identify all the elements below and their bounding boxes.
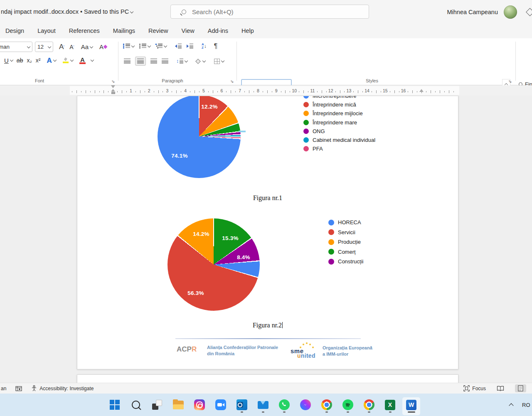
document-page-2[interactable] — [77, 374, 458, 383]
first-line-indent-marker[interactable] — [111, 85, 115, 88]
pie2-label-purple: 8.4% — [237, 254, 250, 260]
status-bar: an Accessibility: Investigate Focus — [0, 383, 532, 394]
tab-layout[interactable]: Layout — [37, 27, 56, 34]
language-status-clipped[interactable]: an — [1, 386, 6, 391]
figure2-caption[interactable]: Figura nr.2 — [77, 322, 458, 329]
search-box[interactable] — [170, 5, 369, 19]
styles-dialog-launcher[interactable]: ⇘ — [508, 79, 512, 84]
bullet-list-button[interactable] — [123, 43, 134, 49]
numbered-list-button[interactable] — [139, 43, 150, 49]
ruler-number: 2 — [148, 88, 150, 93]
taskbar-overflow-chevron-icon[interactable] — [509, 403, 513, 408]
zoom-app-icon[interactable] — [215, 396, 226, 413]
align-center-button[interactable] — [135, 57, 146, 66]
document-canvas[interactable]: 12.2% 74.1% MicroîntreprindereÎntreprind… — [0, 96, 532, 383]
legend-label: Construcții — [338, 258, 363, 265]
left-indent-marker[interactable] — [111, 92, 115, 94]
tab-view[interactable]: View — [182, 27, 195, 34]
word-icon[interactable]: W — [406, 396, 417, 413]
focus-mode-button[interactable]: Focus — [463, 385, 486, 391]
sort-button[interactable]: AZ↓ — [202, 43, 207, 49]
align-left-button[interactable] — [124, 59, 131, 64]
hanging-indent-marker[interactable] — [111, 89, 115, 92]
pilcrow-button[interactable]: ¶ — [214, 42, 218, 50]
legend-label: HORECA — [338, 219, 361, 225]
legend-figure-1: MicroîntreprindereÎntreprindere micăÎntr… — [303, 96, 375, 153]
borders-button[interactable] — [214, 59, 224, 64]
shrink-font-button[interactable]: Aˇ — [69, 44, 74, 50]
multilevel-list-button[interactable] — [155, 43, 167, 49]
tab-review[interactable]: Review — [148, 27, 168, 34]
read-mode-button[interactable] — [497, 386, 504, 391]
smeunited-logo: sme united — [291, 342, 316, 360]
file-explorer-icon[interactable] — [172, 396, 184, 413]
whatsapp-icon[interactable] — [278, 396, 290, 413]
underline-button[interactable]: U — [4, 57, 13, 64]
tab-help[interactable]: Help — [241, 27, 254, 34]
paragraph-row-2: ↕ — [124, 57, 224, 66]
macro-record-button[interactable] — [15, 386, 22, 391]
instagram-icon[interactable] — [194, 396, 205, 413]
outlook-icon[interactable] — [236, 396, 247, 413]
subscript-button[interactable]: x₂ — [27, 57, 32, 63]
strikethrough-button[interactable]: ab — [17, 57, 23, 63]
document-title[interactable]: ndaj impact modif..docx.docx • Saved to … — [1, 8, 133, 15]
document-page-1[interactable]: 12.2% 74.1% MicroîntreprindereÎntreprind… — [77, 96, 458, 369]
pie-chart-figure-1[interactable] — [158, 96, 241, 178]
change-case-button[interactable]: Aa — [81, 44, 93, 50]
font-dialog-launcher[interactable]: ⇘ — [111, 79, 115, 84]
increase-indent-button[interactable] — [187, 44, 193, 49]
chevron-down-icon[interactable] — [91, 58, 94, 62]
language-indicator[interactable]: RO — [522, 402, 532, 408]
chrome-2-icon[interactable] — [363, 396, 374, 413]
highlight-button[interactable] — [62, 57, 73, 63]
font-size-combo[interactable]: 12 — [35, 42, 53, 52]
legend-item: Microîntreprindere — [303, 96, 375, 100]
tab-add-ins[interactable]: Add-ins — [208, 27, 228, 34]
focus-icon — [463, 385, 470, 391]
right-indent-marker[interactable] — [419, 89, 424, 92]
shading-button[interactable] — [196, 59, 205, 63]
legend-item: Întreprindere mijlocie — [303, 109, 375, 118]
font-color-button[interactable]: A — [79, 57, 86, 64]
pie-chart-figure-2[interactable] — [167, 218, 260, 311]
tab-mailings[interactable]: Mailings — [113, 27, 135, 34]
font-group-label: Font — [17, 78, 62, 83]
superscript-button[interactable]: x² — [36, 57, 41, 63]
search-input[interactable] — [192, 8, 350, 15]
ruler-number: 8 — [257, 88, 259, 93]
grow-font-button[interactable]: Aˆ — [59, 43, 64, 50]
taskbar-search-icon[interactable] — [130, 396, 141, 413]
chevron-down-icon — [10, 58, 13, 62]
justify-button[interactable] — [162, 59, 168, 64]
tab-design[interactable]: Design — [5, 27, 24, 34]
diamond-icon[interactable] — [526, 8, 532, 16]
legend-label: Cabinet medical individual — [313, 137, 375, 143]
avatar[interactable] — [504, 5, 517, 19]
user-area[interactable]: Mihnea Campeanu — [447, 5, 517, 19]
font-name-combo[interactable]: w Roman — [0, 42, 32, 52]
horizontal-ruler[interactable]: 12345678910111213141516 — [0, 85, 532, 96]
tab-references[interactable]: References — [69, 27, 100, 34]
align-right-button[interactable] — [150, 59, 157, 64]
line-spacing-button[interactable]: ↕ — [176, 58, 187, 64]
legend-label: Comerț — [338, 249, 356, 255]
chrome-icon[interactable] — [321, 396, 332, 413]
text-effects-button[interactable]: A — [47, 57, 56, 64]
legend-item: Întreprindere mare — [303, 118, 375, 127]
ruler-number: 13 — [347, 88, 352, 93]
task-view-icon[interactable] — [151, 396, 163, 413]
decrease-indent-button[interactable] — [175, 44, 182, 49]
ruler-number: 16 — [401, 88, 406, 93]
book-icon — [497, 386, 504, 391]
messenger-icon[interactable] — [300, 396, 311, 413]
mail-icon[interactable] — [257, 396, 268, 413]
spotify-icon[interactable] — [342, 396, 353, 413]
figure1-caption[interactable]: Figura nr.1 — [77, 194, 458, 202]
accessibility-status[interactable]: Accessibility: Investigate — [31, 385, 94, 391]
print-layout-button[interactable] — [515, 384, 526, 392]
paragraph-dialog-launcher[interactable]: ⇘ — [230, 79, 234, 84]
clear-formatting-button[interactable]: A — [99, 44, 107, 50]
excel-icon[interactable]: X — [384, 396, 396, 413]
start-button-icon[interactable] — [109, 396, 120, 413]
